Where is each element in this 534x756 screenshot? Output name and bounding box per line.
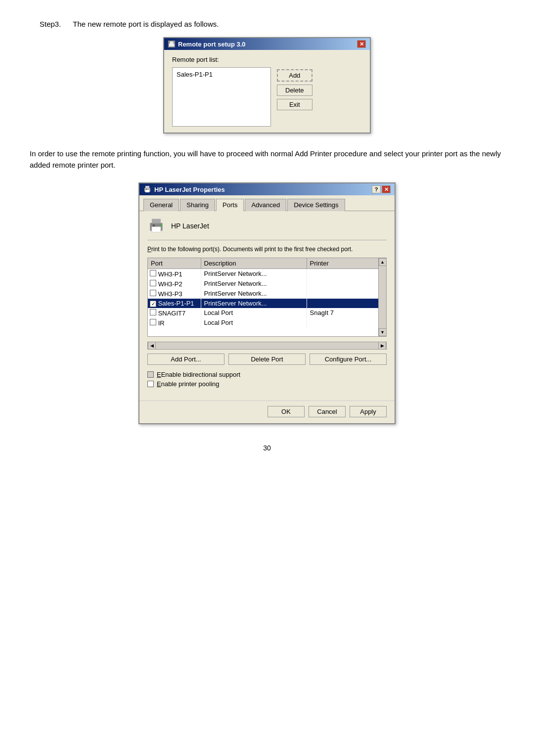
svg-rect-6 — [152, 227, 161, 232]
pooling-checkbox[interactable] — [147, 381, 154, 387]
printer-large-icon — [147, 217, 165, 235]
pooling-label: Enable printer pooling — [157, 380, 219, 388]
table-row[interactable]: WH3-P2 PrintServer Network... — [148, 279, 386, 289]
printer-name: HP LaserJet — [171, 222, 209, 230]
hp-titlebar-left: HP LaserJet Properties — [143, 185, 225, 193]
port-wh3p2: WH3-P2 — [158, 280, 182, 288]
step-description: The new remote port is displayed as foll… — [73, 20, 219, 28]
dialog-footer: OK Cancel Apply — [139, 400, 395, 423]
configure-port-button[interactable]: Configure Port... — [310, 354, 387, 365]
hp-laserjet-dialog: HP LaserJet Properties ? ✕ General Shari… — [138, 182, 396, 424]
desc-wh3p3: PrintServer Network... — [201, 289, 307, 299]
apply-button[interactable]: Apply — [350, 406, 387, 417]
scroll-right-arrow[interactable]: ▶ — [378, 342, 386, 350]
printer-wh3p3 — [307, 289, 386, 299]
bidirectional-row: EEnable bidirectional support — [147, 371, 387, 378]
body-paragraph: In order to use the remote printing func… — [30, 148, 504, 171]
port-table: Port Description Printer WH3-P1 PrintSer… — [148, 258, 386, 328]
remote-port-item[interactable]: Sales-P1-P1 — [175, 70, 268, 79]
print-to-underline: P — [147, 246, 151, 253]
step-label: Step3. — [40, 20, 61, 28]
checkbox-sales-p1p1[interactable]: ✓ — [150, 301, 156, 307]
port-sales-p1p1: Sales-P1-P1 — [158, 300, 194, 307]
hp-help-button[interactable]: ? — [372, 185, 381, 193]
hp-close-button[interactable]: ✕ — [382, 185, 391, 193]
col-header-description: Description — [201, 258, 307, 269]
svg-rect-5 — [152, 219, 161, 223]
scroll-left-arrow[interactable]: ◀ — [148, 342, 156, 350]
printer-wh3p1 — [307, 268, 386, 279]
tab-device-settings[interactable]: Device Settings — [287, 199, 345, 211]
desc-ir: Local Port — [201, 318, 307, 328]
add-button[interactable]: Add — [277, 69, 312, 82]
scroll-down-arrow[interactable]: ▼ — [379, 328, 387, 336]
hp-tab-bar: General Sharing Ports Advanced Device Se… — [139, 195, 395, 211]
checkbox-cell[interactable]: WH3-P3 — [148, 289, 201, 299]
checkbox-cell[interactable]: IR — [148, 318, 201, 328]
scroll-up-arrow[interactable]: ▲ — [379, 258, 387, 266]
remote-port-list-label: Remote port list: — [172, 56, 362, 63]
port-action-buttons: Add Port... Delete Port Configure Port..… — [147, 354, 387, 365]
checkbox-wh3p1[interactable] — [150, 270, 156, 276]
tab-general[interactable]: General — [143, 199, 179, 211]
remote-dialog-title: Remote port setup 3.0 — [178, 41, 246, 48]
port-table-container[interactable]: Port Description Printer WH3-P1 PrintSer… — [147, 258, 387, 337]
svg-rect-7 — [153, 224, 155, 226]
col-header-printer: Printer — [307, 258, 386, 269]
hp-titlebar: HP LaserJet Properties ? ✕ — [139, 183, 395, 195]
vertical-scrollbar[interactable]: ▲ ▼ — [378, 258, 386, 336]
checkbox-cell-highlighted[interactable]: ✓ Sales-P1-P1 — [148, 299, 201, 308]
table-row[interactable]: IR Local Port — [148, 318, 386, 328]
delete-button[interactable]: Delete — [277, 85, 312, 96]
page-number: 30 — [30, 444, 504, 452]
bidirectional-underline: E — [157, 371, 161, 378]
bidirectional-label: EEnable bidirectional support — [157, 371, 240, 378]
table-row[interactable]: SNAGIT7 Local Port SnagIt 7 — [148, 308, 386, 318]
tab-advanced[interactable]: Advanced — [245, 199, 286, 211]
desc-wh3p2: PrintServer Network... — [201, 279, 307, 289]
remote-dialog-body: Remote port list: Sales-P1-P1 Add Delete… — [164, 50, 370, 133]
port-desc-text: rint to the following port(s). Documents… — [151, 246, 353, 253]
ok-button[interactable]: OK — [267, 406, 305, 417]
port-ir: IR — [158, 319, 165, 327]
spacer — [147, 390, 387, 395]
checkbox-cell[interactable]: WH3-P2 — [148, 279, 201, 289]
table-row[interactable]: WH3-P1 PrintServer Network... — [148, 268, 386, 279]
horizontal-scrollbar[interactable]: ◀ ▶ — [147, 342, 387, 350]
printer-wh3p2 — [307, 279, 386, 289]
step-line: Step3. The new remote port is displayed … — [40, 20, 504, 28]
remote-port-listbox[interactable]: Sales-P1-P1 — [172, 67, 271, 127]
col-header-port: Port — [148, 258, 201, 269]
remote-dialog-titlebar: 🖶 Remote port setup 3.0 ✕ — [164, 38, 370, 50]
checkbox-wh3p2[interactable] — [150, 280, 156, 286]
cancel-button[interactable]: Cancel — [309, 406, 346, 417]
printer-sales-p1p1 — [307, 299, 386, 308]
titlebar-left: 🖶 Remote port setup 3.0 — [168, 41, 246, 48]
pooling-underline: E — [157, 380, 161, 388]
desc-wh3p1: PrintServer Network... — [201, 268, 307, 279]
dialog-icon: 🖶 — [168, 41, 175, 47]
svg-rect-1 — [145, 186, 149, 188]
tab-ports[interactable]: Ports — [216, 199, 244, 211]
tab-sharing[interactable]: Sharing — [180, 199, 215, 211]
table-row[interactable]: WH3-P3 PrintServer Network... — [148, 289, 386, 299]
svg-rect-8 — [160, 224, 162, 226]
remote-dialog-container: 🖶 Remote port setup 3.0 ✕ Remote port li… — [30, 37, 504, 133]
pooling-row: Enable printer pooling — [147, 380, 387, 388]
exit-button[interactable]: Exit — [277, 99, 312, 110]
hp-titlebar-right: ? ✕ — [372, 185, 391, 193]
checkbox-wh3p3[interactable] — [150, 290, 156, 296]
checkbox-ir[interactable] — [150, 319, 156, 325]
table-row-highlighted[interactable]: ✓ Sales-P1-P1 PrintServer Network... — [148, 299, 386, 308]
port-snagit7: SNAGIT7 — [158, 310, 186, 317]
checkbox-cell[interactable]: WH3-P1 — [148, 268, 201, 279]
remote-close-button[interactable]: ✕ — [357, 40, 366, 48]
delete-port-button[interactable]: Delete Port — [228, 354, 306, 365]
remote-port-buttons: Add Delete Exit — [277, 67, 312, 127]
hp-body: HP LaserJet Print to the following port(… — [139, 211, 395, 400]
desc-sales-p1p1: PrintServer Network... — [201, 299, 307, 308]
hp-printer-icon — [143, 185, 151, 193]
checkbox-cell[interactable]: SNAGIT7 — [148, 308, 201, 318]
add-port-button[interactable]: Add Port... — [147, 354, 224, 365]
checkbox-snagit7[interactable] — [150, 309, 156, 315]
